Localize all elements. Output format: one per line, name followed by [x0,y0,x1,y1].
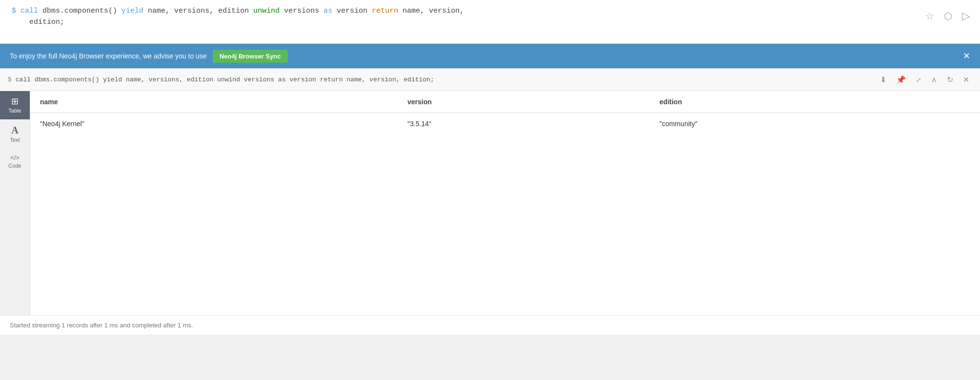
table-row: "Neo4j Kernel" "3.5.14" "community" [30,113,980,135]
tab-text[interactable]: A Text [0,119,30,149]
result-query-bar: $ call dbms.components() yield name, ver… [0,69,980,91]
query-editor-content[interactable]: $ call dbms.components() yield name, ver… [8,6,923,28]
query-action-buttons: ☆ ⬡ ▷ [923,6,972,23]
table-icon: ⊞ [11,97,19,106]
result-download-button[interactable]: ⬇ [877,73,889,86]
tab-table[interactable]: ⊞ Table [0,91,30,119]
col-header-name: name [30,91,398,113]
cell-name: "Neo4j Kernel" [30,113,398,135]
result-sidebar: ⊞ Table A Text </> Code [0,91,30,315]
sync-banner: To enjoy the full Neo4j Browser experien… [0,44,980,68]
tab-table-label: Table [8,108,21,114]
table-header-row: name version edition [30,91,980,113]
result-collapse-button[interactable]: ∧ [928,73,940,86]
sync-message: To enjoy the full Neo4j Browser experien… [10,52,207,60]
kw-version: version [337,7,372,15]
sync-button[interactable]: Neo4j Browser Sync [213,50,288,63]
result-close-button[interactable]: ✕ [960,73,972,86]
dollar-sign: $ [12,7,16,15]
status-bar: Started streaming 1 records after 1 ms a… [0,315,980,335]
result-main: ⊞ Table A Text </> Code name version edi… [0,91,980,315]
result-query-text: call dbms.components() yield name, versi… [16,76,873,83]
col-header-version: version [398,91,650,113]
kw-name: name, versions, edition [148,7,253,15]
query-editor: $ call dbms.components() yield name, ver… [0,0,980,44]
col-header-edition: edition [650,91,980,113]
kw-edition: edition; [12,18,64,26]
code-icon: </> [10,154,20,161]
save-button[interactable]: ⬡ [942,9,954,23]
tab-code[interactable]: </> Code [0,149,30,174]
kw-yield: yield [121,7,148,15]
data-table: name version edition "Neo4j Kernel" "3.5… [30,91,980,134]
kw-return: return [372,7,398,15]
results-container: $ call dbms.components() yield name, ver… [0,68,980,335]
run-button[interactable]: ▷ [960,9,972,23]
tab-text-label: Text [10,137,20,143]
result-table-area: name version edition "Neo4j Kernel" "3.5… [30,91,980,315]
kw-versions: versions [284,7,323,15]
sync-close-button[interactable]: ✕ [963,51,970,61]
tab-code-label: Code [8,163,21,169]
kw-dbms: dbms.components() [42,7,117,15]
cell-version: "3.5.14" [398,113,650,135]
kw-unwind: unwind [253,7,280,15]
kw-return-fields: name, version, [402,7,464,15]
cell-edition: "community" [650,113,980,135]
status-text: Started streaming 1 records after 1 ms a… [10,322,193,329]
kw-call: call [20,7,42,15]
result-pin-button[interactable]: 📌 [893,73,909,86]
result-refresh-button[interactable]: ↻ [944,73,956,86]
text-icon: A [11,125,18,135]
result-dollar-sign: $ [8,76,12,83]
kw-as: as [323,7,332,15]
result-expand-button[interactable]: ⤢ [913,74,924,86]
favorite-button[interactable]: ☆ [923,9,936,23]
